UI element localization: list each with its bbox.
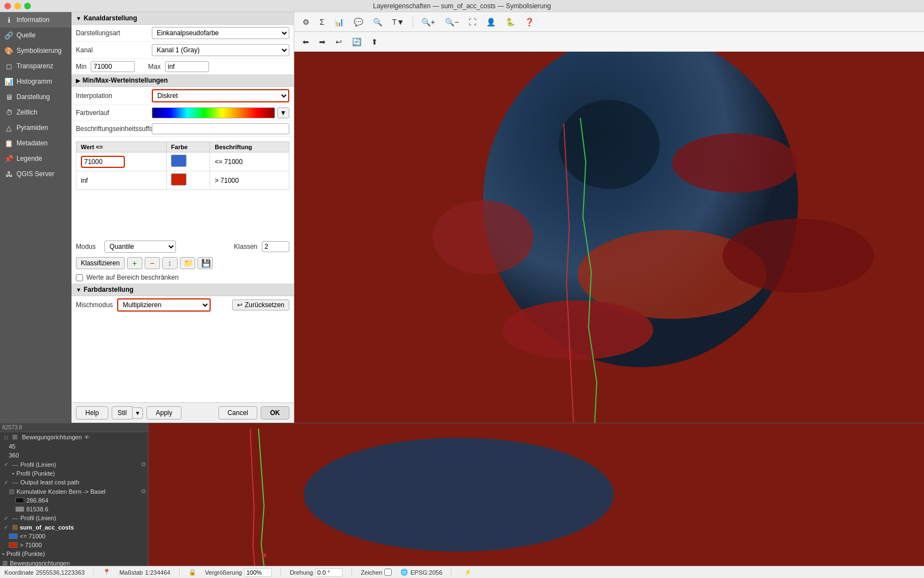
toolbar-btn-zoom-full[interactable]: ⛶ <box>465 16 480 28</box>
maximize-button[interactable] <box>24 3 31 9</box>
minmax-header[interactable]: ▶ Min/Max-Werteinstellungen <box>72 74 294 87</box>
layer-item[interactable]: ▨ Kumulative Kosten Bern -> Basel ⧉ <box>0 487 148 496</box>
layer-check2: ✓ <box>2 461 10 467</box>
render-button[interactable]: ⚡ <box>460 568 476 577</box>
sidebar-item-legende[interactable]: 📌 Legende <box>0 151 72 166</box>
ok-button[interactable]: OK <box>261 406 289 419</box>
layer-name-output: Output least cost path <box>20 479 79 486</box>
klassen-input[interactable] <box>262 241 289 252</box>
nav-btn-2[interactable]: ➡ <box>315 36 329 48</box>
color-ramp[interactable] <box>152 107 275 118</box>
layer-item[interactable]: ✓ ▨ sum_of_acc_costs <box>0 522 148 532</box>
map-area[interactable] <box>294 52 924 423</box>
sidebar-item-symbolisierung[interactable]: 🎨 Symbolisierung <box>0 43 72 58</box>
layer-item[interactable]: 45 <box>0 442 148 451</box>
farbverlauf-label: Farbverlauf <box>76 109 147 117</box>
toolbar-btn-zoom-in[interactable]: 🔍+ <box>417 16 439 28</box>
apply-button[interactable]: Apply <box>146 406 182 419</box>
nav-btn-3[interactable]: ↩ <box>332 36 346 48</box>
layer-item[interactable]: □ ▦ Bewegungsrichtungen 👁 <box>0 432 148 442</box>
layer-item[interactable]: ✓ — Output least cost path <box>0 478 148 487</box>
load-file-button[interactable]: 📁 <box>180 257 195 269</box>
svg-point-3 <box>502 301 653 360</box>
layer-name-profil-punkte2: Profil (Punkte) <box>7 550 45 557</box>
sidebar-item-darstellung[interactable]: 🖥 Darstellung <box>0 89 72 105</box>
swatch-red <box>9 542 18 548</box>
nav-btn-4[interactable]: 🔄 <box>348 36 365 48</box>
massstab-value: 1:234464 <box>145 569 170 576</box>
layer-item[interactable]: • Profil (Punkte) <box>0 549 148 558</box>
color-ramp-dropdown[interactable]: ▼ <box>277 107 289 118</box>
layer-item[interactable]: ▦ Bewegungsrichtungen <box>0 558 148 566</box>
close-button[interactable] <box>4 3 11 9</box>
symbolisierung-icon: 🎨 <box>4 46 13 55</box>
layer-item[interactable]: 360 <box>0 451 148 460</box>
layer-legend-1: <= 71000 <box>20 533 46 539</box>
sidebar-item-information[interactable]: ℹ Information <box>0 12 72 28</box>
stil-dropdown-button[interactable]: ▼ <box>133 407 143 419</box>
sidebar-item-zeitlich[interactable]: ⏱ Zeitlich <box>0 105 72 120</box>
help-button[interactable]: Help <box>76 406 108 419</box>
klassifizieren-button[interactable]: Klassifizieren <box>76 257 125 269</box>
save-button[interactable]: 💾 <box>197 257 213 269</box>
toolbar-btn-sigma[interactable]: Σ <box>316 16 328 28</box>
modus-select[interactable]: Quantile <box>105 241 176 253</box>
nav-btn-1[interactable]: ⬅ <box>299 36 313 48</box>
restrict-row: Werte auf Bereich beschränken <box>72 271 294 283</box>
drehung-input[interactable] <box>315 568 343 577</box>
mischmodus-select[interactable]: Multiplizieren <box>117 298 211 312</box>
sidebar-item-quelle[interactable]: 🔗 Quelle <box>0 28 72 43</box>
layer-panel: 82573.8 □ ▦ Bewegungsrichtungen 👁 45 360… <box>0 423 148 566</box>
invert-button[interactable]: ↕ <box>162 257 178 269</box>
layer-item[interactable]: ✓ — Profil (Linien) ⧉ <box>0 460 148 469</box>
value-input-1[interactable] <box>81 156 125 168</box>
cancel-button[interactable]: Cancel <box>218 406 257 419</box>
layer-item[interactable]: • Profil (Punkte) <box>0 469 148 478</box>
zeichen-checkbox[interactable] <box>384 569 392 576</box>
nav-btn-5[interactable]: ⬆ <box>367 36 382 48</box>
toolbar-btn-chat[interactable]: 💬 <box>350 16 367 28</box>
layer-check5: ✓ <box>2 515 10 521</box>
sidebar-item-qgis-server[interactable]: 🖧 QGIS Server <box>0 166 72 182</box>
layer-name-profil-linien: Profil (Linien) <box>20 461 56 468</box>
koordinate-label: Koordinate <box>4 569 34 576</box>
bottom-spacer <box>72 314 294 325</box>
add-class-button[interactable]: + <box>127 257 142 269</box>
toolbar-btn-settings[interactable]: ⚙ <box>299 16 314 28</box>
layer-item[interactable]: ✓ — Profil (Linien) <box>0 514 148 522</box>
swatch-gray <box>15 506 24 512</box>
sidebar-label-legende: Legende <box>16 155 42 162</box>
sidebar-item-histogramm[interactable]: 📊 Histogramm <box>0 74 72 89</box>
traffic-lights <box>4 3 31 9</box>
stil-button[interactable]: Stil <box>112 406 133 419</box>
sidebar-label-metadaten: Metadaten <box>16 139 48 147</box>
toolbar-btn-python[interactable]: 🐍 <box>502 16 519 28</box>
zuruck-button[interactable]: ↩ Zurücksetzen <box>232 299 289 310</box>
sidebar-item-metadaten[interactable]: 📋 Metadaten <box>0 135 72 151</box>
restrict-checkbox[interactable] <box>76 274 83 281</box>
interpolation-select[interactable]: Diskret <box>152 89 289 102</box>
layer-check4: ✓ <box>2 479 10 486</box>
vergrosserung-input[interactable] <box>244 568 272 577</box>
kanal-select[interactable]: Kanal 1 (Gray) <box>152 44 289 56</box>
max-input[interactable] <box>165 61 209 72</box>
darstellungsart-label: Darstellungsart <box>76 29 147 37</box>
color-swatch-1[interactable] <box>171 155 186 167</box>
remove-class-button[interactable]: − <box>145 257 160 269</box>
toolbar-btn-search[interactable]: 🔍 <box>369 16 386 28</box>
kanaldarstellung-header[interactable]: ▼ Kanaldarstellung <box>72 12 294 25</box>
sidebar-label-information: Information <box>16 16 50 24</box>
sidebar-item-pyramiden[interactable]: △ Pyramiden <box>0 120 72 135</box>
sidebar-item-transparenz[interactable]: ◻ Transparenz <box>0 58 72 74</box>
farbdarstellung-header[interactable]: ▼ Farbdarstellung <box>72 283 294 296</box>
color-swatch-2[interactable] <box>171 173 186 186</box>
toolbar-btn-help[interactable]: ❓ <box>521 16 538 28</box>
toolbar-btn-chart[interactable]: 📊 <box>331 16 348 28</box>
toolbar-btn-text[interactable]: T▼ <box>388 16 408 28</box>
suffix-input[interactable] <box>152 123 289 134</box>
min-input[interactable] <box>91 61 135 72</box>
toolbar-btn-person[interactable]: 👤 <box>482 16 499 28</box>
toolbar-btn-zoom-out[interactable]: 🔍− <box>441 16 463 28</box>
minimize-button[interactable] <box>14 3 21 9</box>
darstellungsart-select[interactable]: Einkanalpseudofarbe <box>152 27 289 39</box>
